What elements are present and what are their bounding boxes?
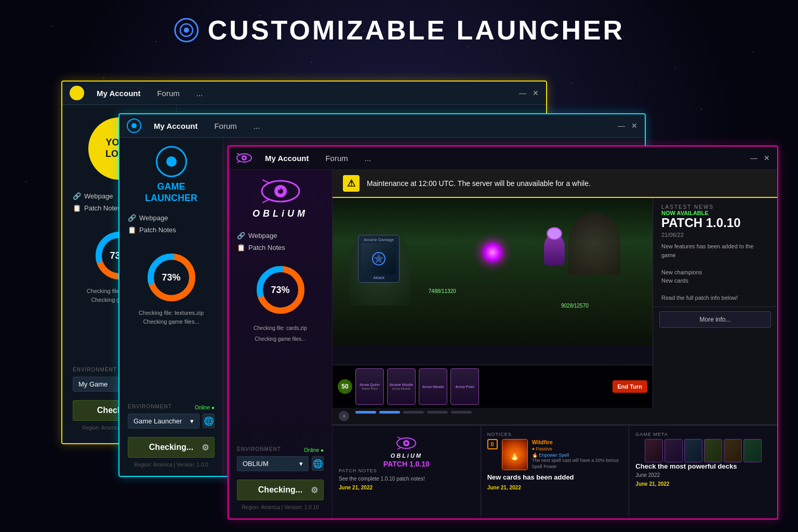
game-meta-section: GAME META Check the most powerful decks …	[629, 425, 777, 518]
oblium-big-eye-icon	[260, 178, 301, 204]
window-3-env-label: ENVIRONMENT	[237, 446, 281, 452]
window-2-link-patchnotes[interactable]: 📋 Patch Notes	[128, 224, 215, 236]
window-3-launch-btn[interactable]: Checking... ⚙	[237, 480, 324, 500]
window-2-minimize[interactable]: —	[618, 122, 625, 130]
progress-dot-2	[379, 411, 400, 414]
patch-section-desc: See the complete 1.0.10 patch notes!	[339, 475, 474, 483]
window-1-close[interactable]: ✕	[533, 89, 539, 97]
meta-cards-display	[635, 439, 771, 462]
news-title: PATCH 1.0.10	[661, 216, 769, 230]
window-2-sidebar: GAME LAUNCHER 🔗 Webpage 📋 Patch Notes	[119, 138, 223, 476]
window-2-env-select[interactable]: Game Launcher ▾	[128, 414, 200, 429]
window-3-region: Region: America | Version: 1.0.10	[237, 504, 324, 510]
player-hp-left: 7488/11320	[429, 288, 456, 294]
window-2-env-section: ENVIRONMENT Online Game Launcher ▾ 🌐 Che…	[128, 404, 215, 468]
window-3-nav-more[interactable]: ...	[361, 152, 376, 165]
hp-value-left: 7488/11320	[429, 288, 456, 294]
card-name: Arcane Damage	[362, 237, 396, 242]
bottom-cards-row: OBLiUM PATCH 1.0.10 PATCH NOTES See the …	[332, 425, 777, 518]
window-3-checking-line1: Checking file: cards.zip	[254, 324, 307, 332]
magic-orb-container	[477, 242, 508, 273]
chevron-down-icon: ▾	[299, 460, 303, 468]
window-2-nav-forum[interactable]: Forum	[210, 119, 241, 132]
window-3-link-webpage[interactable]: 🔗 Webpage	[237, 230, 324, 242]
meta-card-4	[704, 439, 722, 462]
patch-section-date: June 21, 2022	[339, 485, 474, 490]
game-meta-date: June 21, 2022	[635, 481, 771, 487]
wildfire-info: Wildfire ● Passive 🔥 Enpower Spell The n…	[532, 439, 623, 470]
meta-card-3	[684, 439, 702, 462]
window-1-nav-myaccount[interactable]: My Account	[92, 87, 144, 100]
game-card-top: Arcane Damage Attack	[358, 235, 400, 283]
wildfire-cost-badge: 0	[487, 439, 498, 449]
hand-card-3[interactable]: Arrow Missile	[419, 368, 447, 405]
notes-icon: 📋	[73, 204, 81, 212]
hand-card-4[interactable]: Arrow Point	[450, 368, 479, 405]
window-2-app-name: GAME LAUNCHER	[145, 181, 197, 204]
wildfire-ability-label: ● Passive	[532, 446, 623, 451]
end-turn-button[interactable]: End Turn	[613, 380, 647, 393]
window-2-progress-text: 73%	[162, 272, 180, 283]
news-more-button[interactable]: More info...	[659, 311, 771, 328]
card-art	[362, 243, 396, 274]
window-1-nav-forum[interactable]: Forum	[153, 87, 183, 100]
meta-card-5	[724, 439, 742, 462]
notices-date: June 21, 2022	[487, 485, 623, 490]
meta-card-1	[645, 439, 663, 462]
wildfire-card-image: 🔥	[502, 439, 528, 470]
window-1-minimize[interactable]: —	[519, 89, 526, 97]
window-3-link-patchnotes[interactable]: 📋 Patch Notes	[237, 242, 324, 254]
window-3-env-select[interactable]: OBLIUM ▾	[237, 456, 309, 471]
news-header: LASTEST NEWS NOW AVAILABLE PATCH 1.0.10 …	[653, 198, 777, 307]
window-2-checking-line1: Checking file: textures.zip	[139, 309, 204, 317]
maintenance-text: Maintenance at 12:00 UTC. The server wil…	[367, 179, 591, 188]
window-2-nav-more[interactable]: ...	[249, 119, 264, 132]
window-3-globe-btn[interactable]: 🌐	[312, 456, 324, 471]
notices-section: NOTICES 0 🔥 Wildfire ● Passive	[481, 425, 630, 518]
window-2-launch-btn[interactable]: Checking... ⚙	[128, 437, 215, 458]
news-sidebar: LASTEST NEWS NOW AVAILABLE PATCH 1.0.10 …	[653, 198, 777, 408]
window-2-logo-inner-dot	[166, 156, 177, 167]
hp-value-right: 9028/12570	[561, 303, 589, 309]
hand-card-2[interactable]: Arcane MissileArrow Missile	[387, 368, 416, 405]
progress-dot-3	[403, 411, 424, 414]
content-grid: Round 9 80 ⏸	[332, 198, 777, 408]
window-2-env-label: ENVIRONMENT	[128, 404, 172, 409]
window-3-nav-myaccount[interactable]: My Account	[261, 152, 313, 165]
gear-icon[interactable]: ⚙	[202, 443, 209, 453]
window-2-donut: 73%	[145, 251, 197, 303]
window-2-link-webpage[interactable]: 🔗 Webpage	[128, 212, 215, 224]
pause-indicator[interactable]: ⏸	[339, 411, 349, 421]
game-meta-extra: June 2022	[635, 472, 771, 479]
wildfire-card-display: 0 🔥 Wildfire ● Passive 🔥 Enpower Spell	[487, 439, 623, 470]
window-1-env-label: ENVIRONMENT	[73, 367, 117, 373]
window-2-titlebar: My Account Forum ... — ✕	[119, 114, 645, 138]
warning-icon: ⚠	[343, 175, 360, 192]
window-2-progress: 73% Checking file: textures.zip Checking…	[128, 251, 215, 326]
svg-line-18	[262, 180, 270, 183]
window-3-nav-forum[interactable]: Forum	[321, 152, 352, 165]
window-2-logo-section: GAME LAUNCHER	[145, 146, 197, 204]
svg-line-28	[397, 447, 401, 449]
window-3-sidebar: OBLiUM 🔗 Webpage 📋 Patch Notes	[229, 170, 332, 518]
window-3-titlebar: My Account Forum ... — ✕	[229, 147, 777, 170]
window-3-progress: 73% Checking file: cards.zip Checking ga…	[237, 264, 324, 343]
window-2-circle-logo	[156, 146, 187, 177]
notices-title: New cards has been added	[487, 473, 623, 481]
gear-icon[interactable]: ⚙	[311, 485, 318, 495]
wildfire-enpower: 🔥 Enpower Spell	[532, 453, 623, 458]
player-hp-right: 9028/12570	[561, 303, 589, 309]
window-2-close[interactable]: ✕	[631, 122, 637, 130]
window-3: My Account Forum ... — ✕ OBLiUM	[228, 145, 778, 520]
oblium-mini-name-text: OBLiUM	[391, 453, 422, 459]
oblium-mini-logo-icon	[396, 436, 417, 450]
hand-card-1[interactable]: Arrow QuinnRaise Point	[355, 368, 384, 405]
window-3-close[interactable]: ✕	[764, 154, 770, 162]
window-2-links: 🔗 Webpage 📋 Patch Notes	[128, 212, 215, 236]
oblium-name-text: OBLiUM	[252, 208, 308, 219]
window-2-nav-myaccount[interactable]: My Account	[150, 119, 202, 132]
window-3-minimize[interactable]: —	[750, 154, 757, 162]
window-1-nav-more[interactable]: ...	[192, 87, 207, 100]
window-2-globe-btn[interactable]: 🌐	[203, 414, 215, 428]
patch-section-label: PATCH NOTES	[339, 468, 474, 473]
